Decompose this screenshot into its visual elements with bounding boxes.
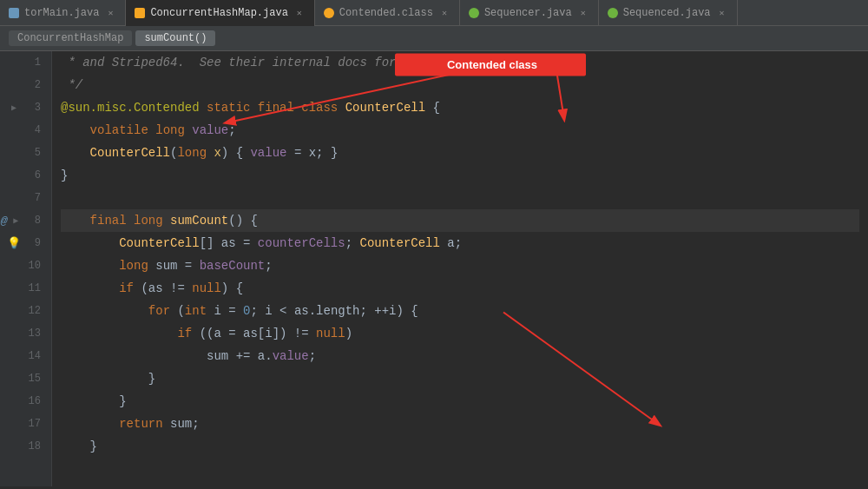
tab-close-icon[interactable]: ✕ [104,7,116,19]
code-line-12: for ( int i = 0 ; i < as.length; ++i) { [61,300,859,322]
tab-sequencer[interactable]: Sequencer.java ✕ [460,0,599,26]
code-line-15: } [61,367,859,390]
tab-close-icon[interactable]: ✕ [438,7,450,19]
code-line-9: CounterCell [] as = counterCells ; Count… [61,232,859,254]
code-line-7 [61,187,859,209]
fold-arrow-1[interactable]: ▶ [8,102,20,114]
code-line-6: } [61,164,859,187]
code-line-3: @sun.misc.Contended static final class C… [61,96,859,119]
breadcrumb-bar: ConcurrentHashMap sumCount() [0,26,868,51]
tab-iteratormain[interactable]: torMain.java ✕ [0,0,126,26]
tab-close-icon[interactable]: ✕ [716,7,728,19]
code-line-13: if ((a = as[i]) != null ) [61,322,859,345]
code-line-4: volatile long value ; [61,119,859,142]
tab-label: Sequencer.java [484,7,572,19]
tab-bar: torMain.java ✕ ConcurrentHashMap.java ✕ … [0,0,868,26]
tab-close-icon[interactable]: ✕ [577,7,589,19]
code-line-17: return sum; [61,413,859,435]
code-line-2: */ [61,74,859,96]
code-line-8: final long sumCount () { [61,209,859,232]
code-line-5: CounterCell ( long x ) { value = x; } [61,142,859,164]
gutter: 1 2 ▶3 4 5 6 7 @ ▶ 8 💡 9 10 11 12 13 14 … [0,51,52,486]
fold-arrow-2[interactable]: ▶ [12,215,21,227]
code-line-14: sum += a. value ; [61,345,859,367]
breadcrumb-sumcount[interactable]: sumCount() [135,30,215,46]
code-line-11: if (as != null ) { [61,277,859,300]
tab-concurrenthashmap[interactable]: ConcurrentHashMap.java ✕ [126,0,314,26]
code-line-16: } [61,390,859,413]
editor-container: 1 2 ▶3 4 5 6 7 @ ▶ 8 💡 9 10 11 12 13 14 … [0,51,868,486]
tab-label: ConcurrentHashMap.java [150,7,287,19]
lightbulb-icon[interactable]: 💡 [8,237,20,249]
code-line-10: long sum = baseCount ; [61,254,859,277]
tab-label: torMain.java [24,7,99,19]
tab-label: Contended.class [339,7,433,19]
tab-label: Sequenced.java [623,7,711,19]
code-line-1: * and Striped64. See their internal docs… [61,51,859,74]
tab-contended[interactable]: Contended.class ✕ [315,0,460,26]
code-area[interactable]: Contended class * and Striped64. See the… [52,51,868,486]
code-line-18: } [61,435,859,458]
breadcrumb-concurrenthashmap[interactable]: ConcurrentHashMap [9,30,132,46]
tab-close-icon[interactable]: ✕ [293,7,306,19]
at-icon: @ [0,215,9,227]
tab-sequenced[interactable]: Sequenced.java ✕ [599,0,738,26]
